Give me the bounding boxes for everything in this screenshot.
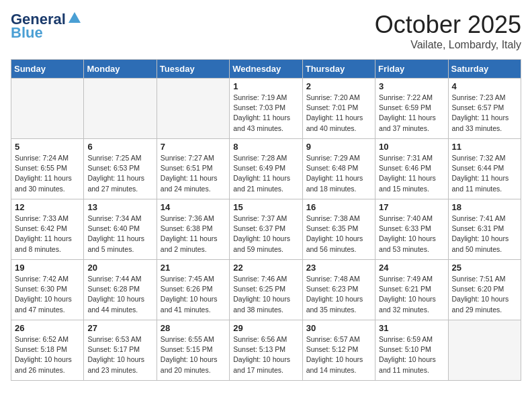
day-number: 4 [452, 81, 517, 91]
day-info: Sunrise: 7:32 AMSunset: 6:44 PMDaylight:… [452, 153, 517, 194]
day-info: Sunrise: 7:46 AMSunset: 6:25 PMDaylight:… [233, 274, 298, 315]
day-info: Sunrise: 7:42 AMSunset: 6:30 PMDaylight:… [15, 274, 80, 315]
day-number: 15 [233, 202, 298, 212]
day-number: 13 [87, 202, 152, 212]
calendar-cell: 3Sunrise: 7:22 AMSunset: 6:59 PMDaylight… [375, 79, 448, 139]
day-info: Sunrise: 7:40 AMSunset: 6:33 PMDaylight:… [379, 214, 444, 255]
day-info: Sunrise: 7:44 AMSunset: 6:28 PMDaylight:… [87, 274, 152, 315]
calendar-cell: 30Sunrise: 6:57 AMSunset: 5:12 PMDayligh… [302, 320, 375, 381]
calendar-cell: 22Sunrise: 7:46 AMSunset: 6:25 PMDayligh… [230, 260, 302, 320]
logo-blue: Blue [11, 24, 43, 42]
calendar-cell: 17Sunrise: 7:40 AMSunset: 6:33 PMDayligh… [375, 199, 448, 260]
calendar-cell: 28Sunrise: 6:55 AMSunset: 5:15 PMDayligh… [157, 320, 229, 381]
day-info: Sunrise: 7:25 AMSunset: 6:53 PMDaylight:… [87, 153, 152, 194]
day-number: 19 [15, 263, 80, 273]
calendar-cell: 19Sunrise: 7:42 AMSunset: 6:30 PMDayligh… [11, 260, 84, 320]
day-info: Sunrise: 7:28 AMSunset: 6:49 PMDaylight:… [233, 153, 298, 194]
calendar-cell [157, 79, 229, 139]
month-title: October 2025 [375, 11, 521, 39]
calendar-cell: 1Sunrise: 7:19 AMSunset: 7:03 PMDaylight… [230, 79, 302, 139]
location: Vailate, Lombardy, Italy [375, 39, 521, 51]
day-number: 23 [306, 263, 371, 273]
day-info: Sunrise: 6:59 AMSunset: 5:10 PMDaylight:… [379, 334, 444, 375]
col-header-saturday: Saturday [448, 60, 521, 79]
day-number: 16 [306, 202, 371, 212]
day-number: 1 [233, 81, 298, 91]
calendar-table: SundayMondayTuesdayWednesdayThursdayFrid… [11, 59, 521, 381]
day-info: Sunrise: 6:56 AMSunset: 5:13 PMDaylight:… [233, 334, 298, 375]
day-number: 12 [15, 202, 80, 212]
day-number: 6 [87, 142, 152, 152]
calendar-cell: 29Sunrise: 6:56 AMSunset: 5:13 PMDayligh… [230, 320, 302, 381]
calendar-cell: 26Sunrise: 6:52 AMSunset: 5:18 PMDayligh… [11, 320, 84, 381]
calendar-header-row: SundayMondayTuesdayWednesdayThursdayFrid… [11, 60, 521, 79]
calendar-cell: 21Sunrise: 7:45 AMSunset: 6:26 PMDayligh… [157, 260, 229, 320]
day-info: Sunrise: 7:45 AMSunset: 6:26 PMDaylight:… [161, 274, 226, 315]
day-info: Sunrise: 7:29 AMSunset: 6:48 PMDaylight:… [306, 153, 371, 194]
day-info: Sunrise: 7:41 AMSunset: 6:31 PMDaylight:… [452, 214, 517, 255]
day-info: Sunrise: 7:19 AMSunset: 7:03 PMDaylight:… [233, 93, 298, 134]
calendar-row-2: 12Sunrise: 7:33 AMSunset: 6:42 PMDayligh… [11, 199, 521, 260]
calendar-row-0: 1Sunrise: 7:19 AMSunset: 7:03 PMDaylight… [11, 79, 521, 139]
day-info: Sunrise: 7:38 AMSunset: 6:35 PMDaylight:… [306, 214, 371, 255]
day-number: 31 [379, 323, 444, 333]
calendar-cell: 18Sunrise: 7:41 AMSunset: 6:31 PMDayligh… [448, 199, 521, 260]
calendar-cell: 25Sunrise: 7:51 AMSunset: 6:20 PMDayligh… [448, 260, 521, 320]
day-number: 14 [161, 202, 226, 212]
day-number: 11 [452, 142, 517, 152]
day-number: 27 [87, 323, 152, 333]
day-info: Sunrise: 7:37 AMSunset: 6:37 PMDaylight:… [233, 214, 298, 255]
calendar-cell [448, 320, 521, 381]
day-number: 2 [306, 81, 371, 91]
day-number: 17 [379, 202, 444, 212]
calendar-cell: 14Sunrise: 7:36 AMSunset: 6:38 PMDayligh… [157, 199, 229, 260]
page-header: General Blue October 2025 Vailate, Lomba… [11, 11, 521, 51]
day-number: 20 [87, 263, 152, 273]
day-number: 24 [379, 263, 444, 273]
calendar-cell: 4Sunrise: 7:23 AMSunset: 6:57 PMDaylight… [448, 79, 521, 139]
calendar-cell: 8Sunrise: 7:28 AMSunset: 6:49 PMDaylight… [230, 139, 302, 199]
day-number: 25 [452, 263, 517, 273]
calendar-row-4: 26Sunrise: 6:52 AMSunset: 5:18 PMDayligh… [11, 320, 521, 381]
svg-marker-0 [69, 12, 81, 23]
calendar-cell: 23Sunrise: 7:48 AMSunset: 6:23 PMDayligh… [302, 260, 375, 320]
col-header-sunday: Sunday [11, 60, 84, 79]
day-info: Sunrise: 7:20 AMSunset: 7:01 PMDaylight:… [306, 93, 371, 134]
day-info: Sunrise: 7:48 AMSunset: 6:23 PMDaylight:… [306, 274, 371, 315]
col-header-wednesday: Wednesday [230, 60, 302, 79]
day-number: 10 [379, 142, 444, 152]
logo-icon [67, 11, 82, 26]
col-header-tuesday: Tuesday [157, 60, 229, 79]
day-info: Sunrise: 6:55 AMSunset: 5:15 PMDaylight:… [161, 334, 226, 375]
day-info: Sunrise: 7:27 AMSunset: 6:51 PMDaylight:… [161, 153, 226, 194]
calendar-cell: 24Sunrise: 7:49 AMSunset: 6:21 PMDayligh… [375, 260, 448, 320]
calendar-cell: 7Sunrise: 7:27 AMSunset: 6:51 PMDaylight… [157, 139, 229, 199]
calendar-cell: 10Sunrise: 7:31 AMSunset: 6:46 PMDayligh… [375, 139, 448, 199]
day-number: 9 [306, 142, 371, 152]
day-number: 30 [306, 323, 371, 333]
logo: General Blue [11, 11, 82, 42]
day-number: 29 [233, 323, 298, 333]
day-info: Sunrise: 7:24 AMSunset: 6:55 PMDaylight:… [15, 153, 80, 194]
calendar-cell: 11Sunrise: 7:32 AMSunset: 6:44 PMDayligh… [448, 139, 521, 199]
day-info: Sunrise: 7:49 AMSunset: 6:21 PMDaylight:… [379, 274, 444, 315]
calendar-cell: 13Sunrise: 7:34 AMSunset: 6:40 PMDayligh… [84, 199, 157, 260]
day-number: 21 [161, 263, 226, 273]
day-info: Sunrise: 7:34 AMSunset: 6:40 PMDaylight:… [87, 214, 152, 255]
calendar-cell: 16Sunrise: 7:38 AMSunset: 6:35 PMDayligh… [302, 199, 375, 260]
day-number: 18 [452, 202, 517, 212]
day-info: Sunrise: 7:51 AMSunset: 6:20 PMDaylight:… [452, 274, 517, 315]
col-header-friday: Friday [375, 60, 448, 79]
calendar-cell: 31Sunrise: 6:59 AMSunset: 5:10 PMDayligh… [375, 320, 448, 381]
calendar-cell [11, 79, 84, 139]
calendar-cell: 2Sunrise: 7:20 AMSunset: 7:01 PMDaylight… [302, 79, 375, 139]
day-number: 7 [161, 142, 226, 152]
calendar-cell: 15Sunrise: 7:37 AMSunset: 6:37 PMDayligh… [230, 199, 302, 260]
day-info: Sunrise: 7:36 AMSunset: 6:38 PMDaylight:… [161, 214, 226, 255]
col-header-monday: Monday [84, 60, 157, 79]
title-section: October 2025 Vailate, Lombardy, Italy [375, 11, 521, 51]
day-info: Sunrise: 7:23 AMSunset: 6:57 PMDaylight:… [452, 93, 517, 134]
calendar-row-1: 5Sunrise: 7:24 AMSunset: 6:55 PMDaylight… [11, 139, 521, 199]
day-info: Sunrise: 6:53 AMSunset: 5:17 PMDaylight:… [87, 334, 152, 375]
day-number: 22 [233, 263, 298, 273]
